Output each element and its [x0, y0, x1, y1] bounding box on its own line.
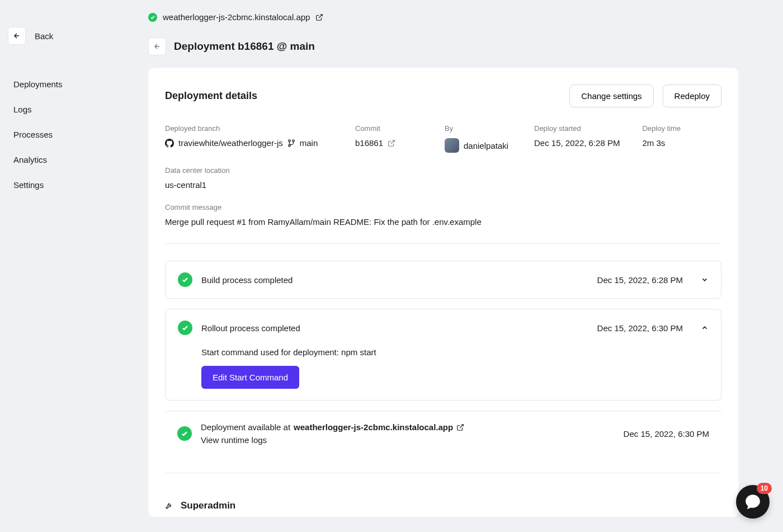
deploy-time-value: 2m 3s — [642, 138, 709, 148]
author-name: danielpataki — [464, 141, 508, 150]
build-step-title: Build process completed — [201, 275, 588, 285]
external-link-icon[interactable] — [456, 423, 464, 431]
title-row: Deployment b16861 @ main — [148, 37, 738, 55]
nav-analytics[interactable]: Analytics — [8, 147, 126, 172]
by-label: By — [445, 124, 512, 133]
deploy-started-value: Dec 15, 2022, 6:28 PM — [534, 138, 620, 148]
edit-start-command-button[interactable]: Edit Start Command — [201, 366, 299, 389]
card-actions: Change settings Redeploy — [569, 84, 721, 107]
by-value: danielpataki — [445, 138, 512, 153]
commit-value: b16861 — [355, 138, 422, 148]
view-runtime-logs-link[interactable]: View runtime logs — [201, 435, 615, 445]
info-grid-1: Deployed branch traviewhite/weatherlogge… — [165, 124, 721, 153]
git-branch-icon — [287, 139, 295, 147]
deploy-step-card: Deployment available at weatherlogger-js… — [165, 411, 721, 456]
commit-message-block: Commit message Merge pull request #1 fro… — [165, 203, 721, 227]
back-label[interactable]: Back — [35, 31, 53, 41]
branch-name: main — [300, 138, 318, 148]
build-step-time: Dec 15, 2022, 6:28 PM — [597, 275, 683, 285]
svg-point-0 — [289, 139, 291, 142]
back-button[interactable] — [8, 27, 26, 45]
deploy-time-block: Deploy time 2m 3s — [642, 124, 709, 153]
deploy-step-lines: Deployment available at weatherlogger-js… — [201, 422, 615, 445]
sidebar: Back Deployments Logs Processes Analytic… — [0, 0, 134, 197]
divider — [165, 473, 721, 473]
chevron-up-icon[interactable] — [701, 324, 709, 332]
back-row: Back — [8, 27, 126, 45]
superadmin-row: Superadmin — [165, 490, 721, 511]
external-link-icon[interactable] — [315, 13, 323, 21]
data-center-block: Data center location us-central1 — [165, 166, 232, 190]
rollout-step-body: Start command used for deployment: npm s… — [201, 347, 709, 389]
rollout-step-time: Dec 15, 2022, 6:30 PM — [597, 323, 683, 333]
repo-name[interactable]: traviewhite/weatherlogger-js — [178, 138, 283, 148]
nav-deployments[interactable]: Deployments — [8, 72, 126, 97]
rollout-step-desc: Start command used for deployment: npm s… — [201, 347, 709, 357]
external-link-icon[interactable] — [388, 139, 395, 147]
deploy-step-header: Deployment available at weatherlogger-js… — [177, 422, 709, 445]
deploy-started-label: Deploy started — [534, 124, 620, 133]
card-title: Deployment details — [165, 90, 257, 102]
commit-block: Commit b16861 — [355, 124, 422, 153]
main-content: weatherlogger-js-2cbmc.kinstalocal.app D… — [148, 12, 738, 517]
page-title: Deployment b16861 @ main — [174, 40, 315, 53]
deployed-branch-value: traviewhite/weatherlogger-js main — [165, 138, 333, 148]
data-center-label: Data center location — [165, 166, 232, 175]
arrow-left-icon — [13, 32, 21, 40]
deployment-back-button[interactable] — [148, 37, 166, 55]
status-success-icon — [148, 13, 157, 22]
github-icon — [165, 139, 174, 148]
app-url-link[interactable]: weatherlogger-js-2cbmc.kinstalocal.app — [163, 12, 310, 22]
check-success-icon — [178, 321, 192, 335]
arrow-left-icon — [153, 43, 161, 50]
chat-badge: 10 — [757, 483, 772, 494]
deploy-available-prefix: Deployment available at — [201, 422, 290, 432]
commit-message-label: Commit message — [165, 203, 721, 211]
chat-icon — [744, 493, 761, 510]
deploy-url[interactable]: weatherlogger-js-2cbmc.kinstalocal.app — [294, 422, 453, 432]
deployed-branch-label: Deployed branch — [165, 124, 333, 133]
rollout-step-title: Rollout process completed — [201, 323, 588, 333]
deploy-started-block: Deploy started Dec 15, 2022, 6:28 PM — [534, 124, 620, 153]
nav-settings[interactable]: Settings — [8, 172, 126, 197]
divider — [165, 243, 721, 244]
rollout-step-card: Rollout process completed Dec 15, 2022, … — [165, 309, 721, 401]
commit-hash[interactable]: b16861 — [355, 138, 383, 148]
deploy-step-time: Dec 15, 2022, 6:30 PM — [624, 429, 709, 439]
check-success-icon — [178, 272, 192, 287]
check-success-icon — [177, 426, 192, 441]
info-grid-3: Commit message Merge pull request #1 fro… — [165, 203, 721, 227]
chat-widget-button[interactable]: 10 — [736, 485, 770, 519]
deploy-available-line: Deployment available at weatherlogger-js… — [201, 422, 615, 432]
data-center-value: us-central1 — [165, 180, 232, 190]
nav-logs[interactable]: Logs — [8, 97, 126, 122]
by-block: By danielpataki — [445, 124, 512, 153]
app-url-row: weatherlogger-js-2cbmc.kinstalocal.app — [148, 12, 738, 22]
info-grid-2: Data center location us-central1 — [165, 166, 721, 190]
svg-point-1 — [293, 139, 295, 142]
change-settings-button[interactable]: Change settings — [569, 84, 653, 107]
rollout-step-header[interactable]: Rollout process completed Dec 15, 2022, … — [178, 321, 709, 335]
wrench-icon — [165, 502, 173, 510]
build-step-card[interactable]: Build process completed Dec 15, 2022, 6:… — [165, 261, 721, 299]
deploy-time-label: Deploy time — [642, 124, 709, 133]
build-step-header: Build process completed Dec 15, 2022, 6:… — [178, 272, 709, 287]
deployed-branch-block: Deployed branch traviewhite/weatherlogge… — [165, 124, 333, 153]
card-header: Deployment details Change settings Redep… — [165, 84, 721, 107]
chevron-down-icon[interactable] — [701, 276, 709, 284]
nav-processes[interactable]: Processes — [8, 122, 126, 147]
details-card: Deployment details Change settings Redep… — [148, 68, 738, 517]
superadmin-title: Superadmin — [181, 500, 235, 511]
avatar — [445, 138, 459, 153]
commit-message-value: Merge pull request #1 from RamyAllam/mai… — [165, 217, 721, 227]
redeploy-button[interactable]: Redeploy — [663, 84, 721, 107]
commit-label: Commit — [355, 124, 422, 133]
